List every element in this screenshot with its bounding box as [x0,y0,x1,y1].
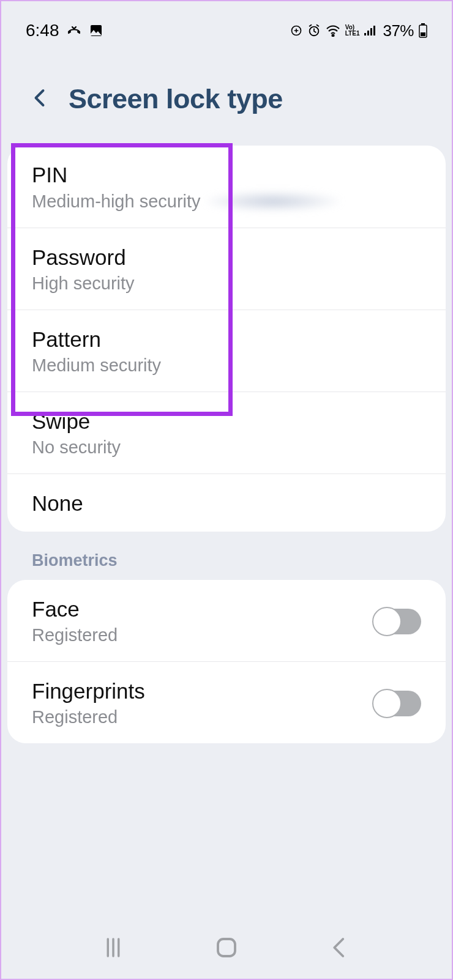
face-toggle[interactable] [373,609,421,634]
lock-option-title: None [32,491,421,516]
page-header: Screen lock type [1,46,452,146]
lock-option-subtitle: High security [32,273,421,294]
biometric-face[interactable]: Face Registered [7,580,446,662]
lock-option-subtitle: No security [32,437,421,458]
svg-point-3 [332,35,334,37]
svg-rect-10 [421,32,425,36]
lock-option-swipe[interactable]: Swipe No security [7,392,446,474]
signal-icon [364,24,378,37]
recents-button[interactable] [100,935,126,960]
biometric-title: Face [32,597,118,622]
lock-option-title: Pattern [32,327,421,352]
biometric-subtitle: Registered [32,707,145,727]
missed-call-icon [67,23,81,38]
battery-percent: 37% [383,21,414,40]
biometric-title: Fingerprints [32,679,145,703]
picture-icon [89,23,103,38]
lock-option-title: PIN [32,163,421,187]
lock-option-none[interactable]: None [7,474,446,532]
data-saver-icon [290,24,302,37]
svg-rect-4 [364,33,366,35]
lock-option-title: Password [32,245,421,270]
svg-rect-5 [367,31,369,35]
status-right: Vo)LTE1 37% [290,21,427,40]
status-left: 6:48 [26,21,103,40]
svg-rect-6 [370,28,372,35]
clock: 6:48 [26,21,59,40]
back-button[interactable] [29,87,51,111]
lock-option-subtitle: Medium security [32,355,421,376]
home-button[interactable] [214,935,239,960]
lock-option-title: Swipe [32,409,421,434]
lock-option-pattern[interactable]: Pattern Medium security [7,310,446,392]
biometric-fingerprints[interactable]: Fingerprints Registered [7,662,446,743]
svg-rect-14 [218,939,235,956]
page-title: Screen lock type [69,83,283,115]
wifi-icon [326,24,340,37]
back-nav-button[interactable] [327,935,353,960]
lock-option-subtitle: Medium-high security [32,191,201,212]
lock-option-password[interactable]: Password High security [7,228,446,310]
biometric-subtitle: Registered [32,625,118,645]
volte-icon: Vo)LTE1 [345,24,360,37]
redacted-blur [206,191,340,212]
lock-options-card: PIN Medium-high security Password High s… [7,146,446,532]
alarm-icon [307,24,321,37]
fingerprints-toggle[interactable] [373,691,421,716]
lock-option-pin[interactable]: PIN Medium-high security [7,146,446,228]
biometrics-card: Face Registered Fingerprints Registered [7,580,446,743]
status-bar: 6:48 Vo)LTE1 [1,1,452,46]
android-nav-bar [1,935,452,960]
battery-icon [419,23,427,38]
section-label-biometrics: Biometrics [1,546,452,580]
svg-rect-7 [373,26,375,35]
